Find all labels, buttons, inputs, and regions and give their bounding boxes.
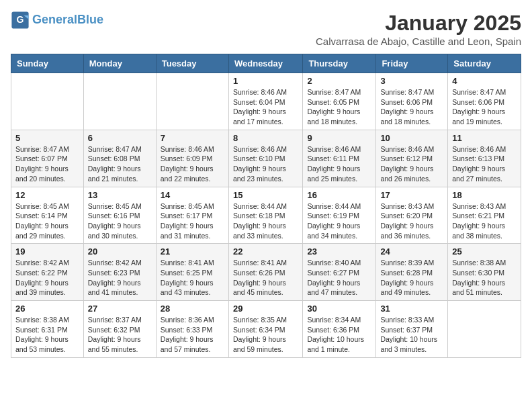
calendar-cell: 7Sunrise: 8:46 AM Sunset: 6:09 PM Daylig…: [156, 130, 228, 187]
location-subtitle: Calvarrasa de Abajo, Castille and Leon, …: [316, 36, 521, 47]
day-number: 8: [233, 133, 298, 143]
calendar-cell: 20Sunrise: 8:42 AM Sunset: 6:23 PM Dayli…: [83, 244, 156, 301]
day-info: Sunrise: 8:41 AM Sunset: 6:26 PM Dayligh…: [233, 258, 298, 298]
day-info: Sunrise: 8:44 AM Sunset: 6:18 PM Dayligh…: [233, 201, 298, 241]
day-number: 5: [15, 133, 79, 143]
calendar-cell: 17Sunrise: 8:43 AM Sunset: 6:20 PM Dayli…: [376, 187, 448, 244]
logo-blue: Blue: [77, 13, 103, 26]
day-info: Sunrise: 8:46 AM Sunset: 6:12 PM Dayligh…: [380, 144, 443, 184]
title-section: January 2025 Calvarrasa de Abajo, Castil…: [316, 11, 521, 47]
calendar-cell: [156, 73, 228, 130]
day-number: 13: [88, 190, 152, 200]
day-info: Sunrise: 8:36 AM Sunset: 6:33 PM Dayligh…: [161, 315, 224, 355]
logo-general: General: [32, 13, 77, 26]
day-number: 7: [161, 133, 224, 143]
svg-text:G: G: [17, 14, 24, 25]
calendar-cell: 11Sunrise: 8:46 AM Sunset: 6:13 PM Dayli…: [448, 130, 521, 187]
day-number: 14: [161, 190, 224, 200]
day-number: 24: [380, 246, 443, 257]
calendar-header-row: SundayMondayTuesdayWednesdayThursdayFrid…: [11, 54, 521, 73]
day-info: Sunrise: 8:34 AM Sunset: 6:36 PM Dayligh…: [307, 315, 371, 355]
calendar-week-row: 19Sunrise: 8:42 AM Sunset: 6:22 PM Dayli…: [11, 244, 521, 301]
calendar-cell: 23Sunrise: 8:40 AM Sunset: 6:27 PM Dayli…: [303, 244, 376, 301]
calendar-table: SundayMondayTuesdayWednesdayThursdayFrid…: [11, 54, 521, 358]
calendar-cell: 30Sunrise: 8:34 AM Sunset: 6:36 PM Dayli…: [303, 301, 376, 358]
calendar-cell: 25Sunrise: 8:38 AM Sunset: 6:30 PM Dayli…: [448, 244, 521, 301]
calendar-cell: 9Sunrise: 8:46 AM Sunset: 6:11 PM Daylig…: [303, 130, 376, 187]
calendar-cell: 15Sunrise: 8:44 AM Sunset: 6:18 PM Dayli…: [228, 187, 302, 244]
day-info: Sunrise: 8:46 AM Sunset: 6:04 PM Dayligh…: [233, 87, 298, 127]
day-info: Sunrise: 8:46 AM Sunset: 6:13 PM Dayligh…: [452, 144, 517, 184]
day-info: Sunrise: 8:33 AM Sunset: 6:37 PM Dayligh…: [380, 315, 443, 355]
day-of-week-header: Friday: [376, 54, 448, 73]
day-info: Sunrise: 8:38 AM Sunset: 6:30 PM Dayligh…: [452, 258, 517, 298]
calendar-cell: 14Sunrise: 8:45 AM Sunset: 6:17 PM Dayli…: [156, 187, 228, 244]
day-of-week-header: Monday: [83, 54, 156, 73]
calendar-cell: 21Sunrise: 8:41 AM Sunset: 6:25 PM Dayli…: [156, 244, 228, 301]
header: G GeneralBlue January 2025 Calvarrasa de…: [11, 11, 521, 47]
day-of-week-header: Sunday: [11, 54, 84, 73]
calendar-cell: 2Sunrise: 8:47 AM Sunset: 6:05 PM Daylig…: [303, 73, 376, 130]
day-number: 10: [380, 133, 443, 143]
day-info: Sunrise: 8:42 AM Sunset: 6:23 PM Dayligh…: [88, 258, 152, 298]
day-info: Sunrise: 8:47 AM Sunset: 6:05 PM Dayligh…: [307, 87, 371, 127]
day-number: 16: [307, 190, 371, 200]
day-info: Sunrise: 8:47 AM Sunset: 6:07 PM Dayligh…: [15, 144, 79, 184]
day-number: 23: [307, 246, 371, 257]
day-of-week-header: Thursday: [303, 54, 376, 73]
day-of-week-header: Saturday: [448, 54, 521, 73]
calendar-week-row: 5Sunrise: 8:47 AM Sunset: 6:07 PM Daylig…: [11, 130, 521, 187]
logo-text-line1: GeneralBlue: [32, 13, 103, 27]
day-info: Sunrise: 8:46 AM Sunset: 6:10 PM Dayligh…: [233, 144, 298, 184]
day-info: Sunrise: 8:47 AM Sunset: 6:06 PM Dayligh…: [380, 87, 443, 127]
calendar-cell: 6Sunrise: 8:47 AM Sunset: 6:08 PM Daylig…: [83, 130, 156, 187]
calendar-cell: 16Sunrise: 8:44 AM Sunset: 6:19 PM Dayli…: [303, 187, 376, 244]
day-info: Sunrise: 8:45 AM Sunset: 6:17 PM Dayligh…: [161, 201, 224, 241]
calendar-cell: 28Sunrise: 8:36 AM Sunset: 6:33 PM Dayli…: [156, 301, 228, 358]
day-number: 26: [15, 304, 79, 314]
calendar-cell: 4Sunrise: 8:47 AM Sunset: 6:06 PM Daylig…: [448, 73, 521, 130]
day-number: 30: [307, 304, 371, 314]
calendar-cell: 22Sunrise: 8:41 AM Sunset: 6:26 PM Dayli…: [228, 244, 302, 301]
day-number: 11: [452, 133, 517, 143]
logo-icon: G: [11, 11, 30, 30]
day-info: Sunrise: 8:46 AM Sunset: 6:11 PM Dayligh…: [307, 144, 371, 184]
calendar-cell: 19Sunrise: 8:42 AM Sunset: 6:22 PM Dayli…: [11, 244, 84, 301]
day-of-week-header: Wednesday: [228, 54, 302, 73]
day-info: Sunrise: 8:35 AM Sunset: 6:34 PM Dayligh…: [233, 315, 298, 355]
logo: G GeneralBlue: [11, 11, 103, 30]
day-number: 19: [15, 246, 79, 257]
day-number: 17: [380, 190, 443, 200]
day-number: 22: [233, 246, 298, 257]
day-number: 28: [161, 304, 224, 314]
calendar-cell: 18Sunrise: 8:43 AM Sunset: 6:21 PM Dayli…: [448, 187, 521, 244]
day-number: 15: [233, 190, 298, 200]
calendar-cell: [448, 301, 521, 358]
calendar-cell: 13Sunrise: 8:45 AM Sunset: 6:16 PM Dayli…: [83, 187, 156, 244]
calendar-cell: 24Sunrise: 8:39 AM Sunset: 6:28 PM Dayli…: [376, 244, 448, 301]
day-number: 18: [452, 190, 517, 200]
day-info: Sunrise: 8:44 AM Sunset: 6:19 PM Dayligh…: [307, 201, 371, 241]
day-info: Sunrise: 8:37 AM Sunset: 6:32 PM Dayligh…: [88, 315, 152, 355]
day-info: Sunrise: 8:40 AM Sunset: 6:27 PM Dayligh…: [307, 258, 371, 298]
month-title: January 2025: [316, 11, 521, 36]
calendar-cell: 29Sunrise: 8:35 AM Sunset: 6:34 PM Dayli…: [228, 301, 302, 358]
calendar-week-row: 12Sunrise: 8:45 AM Sunset: 6:14 PM Dayli…: [11, 187, 521, 244]
day-of-week-header: Tuesday: [156, 54, 228, 73]
day-number: 6: [88, 133, 152, 143]
calendar-cell: 12Sunrise: 8:45 AM Sunset: 6:14 PM Dayli…: [11, 187, 84, 244]
day-number: 31: [380, 304, 443, 314]
day-number: 2: [307, 76, 371, 86]
calendar-cell: 10Sunrise: 8:46 AM Sunset: 6:12 PM Dayli…: [376, 130, 448, 187]
calendar-cell: [83, 73, 156, 130]
day-number: 20: [88, 246, 152, 257]
day-info: Sunrise: 8:45 AM Sunset: 6:14 PM Dayligh…: [15, 201, 79, 241]
calendar-cell: 8Sunrise: 8:46 AM Sunset: 6:10 PM Daylig…: [228, 130, 302, 187]
calendar-cell: 1Sunrise: 8:46 AM Sunset: 6:04 PM Daylig…: [228, 73, 302, 130]
calendar-cell: [11, 73, 84, 130]
day-info: Sunrise: 8:38 AM Sunset: 6:31 PM Dayligh…: [15, 315, 79, 355]
day-number: 12: [15, 190, 79, 200]
day-info: Sunrise: 8:46 AM Sunset: 6:09 PM Dayligh…: [161, 144, 224, 184]
day-info: Sunrise: 8:39 AM Sunset: 6:28 PM Dayligh…: [380, 258, 443, 298]
day-info: Sunrise: 8:47 AM Sunset: 6:08 PM Dayligh…: [88, 144, 152, 184]
